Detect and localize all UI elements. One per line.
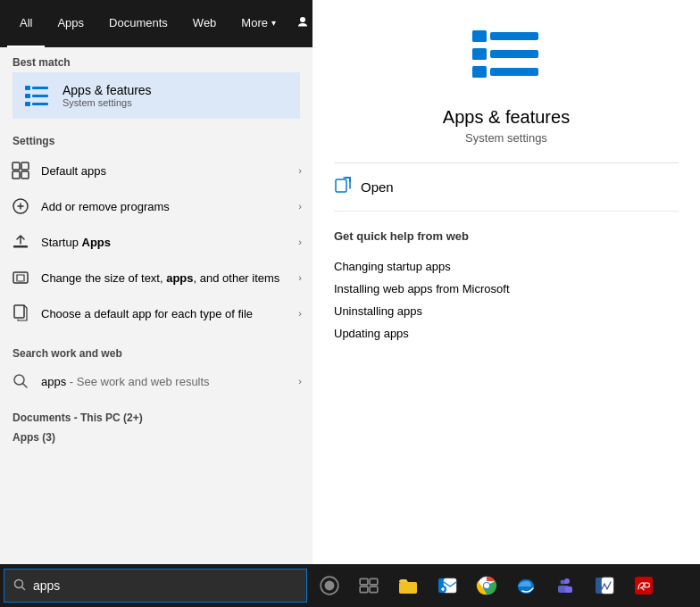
svg-rect-20 xyxy=(490,68,538,76)
open-icon xyxy=(334,176,352,198)
acrobat-icon[interactable] xyxy=(625,564,662,607)
web-search-query: apps xyxy=(41,375,66,388)
svg-rect-13 xyxy=(14,305,24,318)
svg-rect-5 xyxy=(32,103,48,105)
taskbar-search-input[interactable] xyxy=(33,578,297,593)
add-remove-icon xyxy=(11,196,30,216)
change-text-text: Change the size of text, apps, and other… xyxy=(41,271,288,285)
svg-rect-7 xyxy=(21,162,29,170)
settings-section: Settings Default apps › xyxy=(0,124,312,338)
more-arrow-icon: ▾ xyxy=(271,18,276,28)
svg-rect-15 xyxy=(472,30,487,42)
tab-more[interactable]: More ▾ xyxy=(229,0,288,47)
app-preview-subtitle: System settings xyxy=(465,131,547,145)
start-menu: All Apps Documents Web More ▾ ••• Best m… xyxy=(0,0,700,564)
teams-icon[interactable] xyxy=(546,564,584,607)
settings-label: Settings xyxy=(0,131,312,153)
taskbar-search-icon xyxy=(13,578,26,594)
svg-point-24 xyxy=(325,581,335,591)
default-file-text: Choose a default app for each type of fi… xyxy=(41,307,288,320)
svg-rect-25 xyxy=(360,578,368,585)
help-link-3[interactable]: Updating apps xyxy=(334,322,679,345)
change-text-icon xyxy=(11,268,30,287)
web-search-suffix: - See work and web results xyxy=(66,375,209,388)
svg-rect-6 xyxy=(12,162,20,170)
file-explorer-icon[interactable] xyxy=(389,564,427,607)
app-preview-title: Apps & features xyxy=(443,107,570,128)
best-match-item[interactable]: Apps & features System settings xyxy=(12,72,300,119)
svg-rect-27 xyxy=(360,586,368,593)
menu-item-default-apps[interactable]: Default apps › xyxy=(0,153,312,188)
svg-point-37 xyxy=(484,583,489,588)
svg-rect-30 xyxy=(399,582,417,594)
add-remove-text: Add or remove programs xyxy=(41,200,288,213)
svg-rect-9 xyxy=(21,171,29,179)
svg-rect-28 xyxy=(370,586,378,593)
help-link-0[interactable]: Changing startup apps xyxy=(334,255,679,278)
help-link-1[interactable]: Installing web apps from Microsoft xyxy=(334,278,679,300)
tab-web[interactable]: Web xyxy=(180,0,229,47)
documents-section: Documents - This PC (2+) Apps (3) xyxy=(0,404,312,451)
edge-icon[interactable] xyxy=(507,564,545,607)
cortana-icon[interactable] xyxy=(311,564,348,607)
apps-features-icon xyxy=(23,81,52,110)
outlook-icon[interactable] xyxy=(429,564,466,607)
task-view-icon[interactable] xyxy=(350,564,388,607)
web-search-text: apps - See work and web results xyxy=(41,375,210,388)
svg-rect-8 xyxy=(12,171,20,179)
menu-item-default-file[interactable]: Choose a default app for each type of fi… xyxy=(0,295,312,331)
menu-item-startup-apps[interactable]: Startup Apps › xyxy=(0,224,312,260)
add-remove-arrow-icon: › xyxy=(298,201,302,212)
documents-label[interactable]: Documents - This PC (2+) xyxy=(12,408,300,428)
default-apps-text: Default apps xyxy=(41,164,288,178)
app-preview: Apps & features System settings xyxy=(334,27,679,163)
menu-item-change-text[interactable]: Change the size of text, apps, and other… xyxy=(0,260,312,295)
menu-item-add-remove[interactable]: Add or remove programs › xyxy=(0,188,312,224)
right-panel: Apps & features System settings Open Get… xyxy=(312,0,700,564)
best-match-subtitle: System settings xyxy=(62,97,152,108)
default-file-arrow-icon: › xyxy=(298,308,302,319)
open-label: Open xyxy=(361,179,394,195)
open-button[interactable]: Open xyxy=(334,163,679,212)
svg-rect-0 xyxy=(25,86,30,90)
svg-rect-17 xyxy=(472,48,487,60)
search-web-section: Search work and web apps - See work and … xyxy=(0,338,312,404)
quick-help-title: Get quick help from web xyxy=(334,229,679,243)
web-search-item[interactable]: apps - See work and web results › xyxy=(0,363,312,399)
help-link-2[interactable]: Uninstalling apps xyxy=(334,300,679,322)
change-text-arrow-icon: › xyxy=(298,272,302,283)
svg-rect-42 xyxy=(565,586,572,593)
svg-rect-18 xyxy=(490,50,538,58)
svg-point-40 xyxy=(561,580,565,585)
svg-rect-21 xyxy=(336,179,346,192)
web-search-arrow-icon: › xyxy=(298,376,302,387)
app-preview-icon xyxy=(471,27,542,93)
best-match-section: Best match Apps & features System s xyxy=(0,47,312,124)
best-match-text: Apps & features System settings xyxy=(62,83,152,108)
apps-section-label[interactable]: Apps (3) xyxy=(12,428,300,447)
best-match-title: Apps & features xyxy=(62,83,152,97)
chrome-icon[interactable] xyxy=(468,564,505,607)
taskbar-search-box[interactable] xyxy=(4,569,307,603)
tab-all[interactable]: All xyxy=(7,0,45,47)
word-icon[interactable] xyxy=(586,564,623,607)
svg-rect-26 xyxy=(370,578,378,585)
more-label: More xyxy=(241,16,268,29)
tab-apps[interactable]: Apps xyxy=(45,0,96,47)
web-search-icon xyxy=(11,371,30,391)
startup-apps-text: Startup Apps xyxy=(41,236,288,249)
svg-rect-1 xyxy=(32,87,48,89)
default-apps-icon xyxy=(11,161,30,180)
search-web-label: Search work and web xyxy=(0,344,312,363)
svg-rect-4 xyxy=(25,102,30,106)
default-apps-arrow-icon: › xyxy=(298,165,302,176)
best-match-label: Best match xyxy=(12,56,300,69)
svg-rect-11 xyxy=(13,245,28,248)
taskbar xyxy=(0,564,700,607)
taskbar-icons xyxy=(311,564,662,607)
svg-rect-3 xyxy=(32,95,48,97)
svg-rect-19 xyxy=(472,66,487,78)
startup-apps-arrow-icon: › xyxy=(298,237,302,247)
tab-documents[interactable]: Documents xyxy=(96,0,180,47)
nav-tabs: All Apps Documents Web More ▾ ••• xyxy=(0,0,312,47)
